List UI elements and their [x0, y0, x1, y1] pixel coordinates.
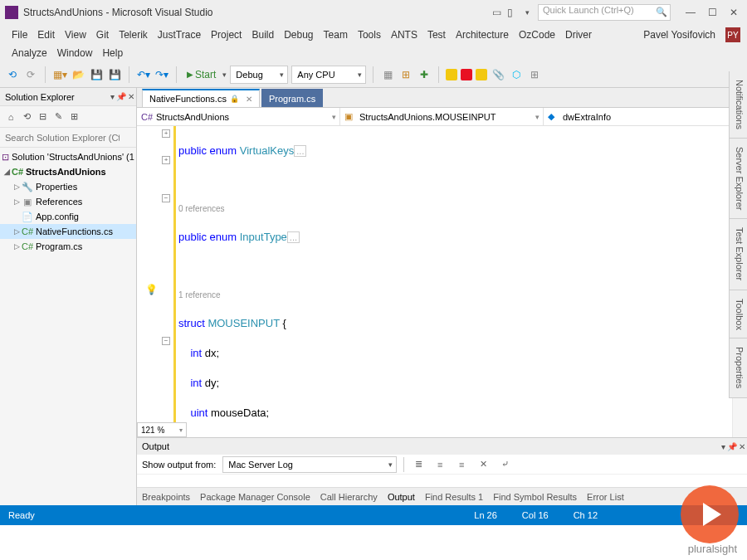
- menu-analyze[interactable]: Analyze: [7, 47, 52, 59]
- solution-search[interactable]: [0, 128, 136, 148]
- btab-errorlist[interactable]: Error List: [587, 492, 624, 502]
- forward-button[interactable]: ⟳: [23, 67, 38, 82]
- menu-build[interactable]: Build: [247, 29, 279, 41]
- user-label[interactable]: Pavel Yosifovich: [638, 29, 720, 41]
- menu-architecture[interactable]: Architecture: [451, 29, 514, 41]
- output-source-combo[interactable]: Mac Server Log: [222, 456, 397, 473]
- open-file-button[interactable]: 📂: [71, 67, 85, 82]
- redo-button[interactable]: ↷▾: [154, 67, 169, 82]
- nav-project[interactable]: C#StructsAndUnions: [137, 108, 340, 125]
- code-area[interactable]: + + − 💡 − public enum VirtualKeys... 0 r…: [137, 126, 747, 437]
- tool-icon[interactable]: ✚: [417, 67, 432, 82]
- tool-icon[interactable]: 📎: [491, 67, 505, 82]
- save-button[interactable]: 💾: [89, 67, 104, 82]
- fold-button[interactable]: +: [162, 129, 170, 138]
- maximize-button[interactable]: ☐: [704, 7, 720, 18]
- btab-output[interactable]: Output: [388, 492, 415, 502]
- close-icon[interactable]: ✕: [739, 442, 745, 451]
- start-button[interactable]: Start: [183, 69, 219, 80]
- search-icon[interactable]: 🔍: [656, 7, 667, 17]
- btab-callhierarchy[interactable]: Call Hierarchy: [320, 492, 378, 502]
- solution-node[interactable]: ⊡Solution 'StructsAndUnions' (1 project): [0, 149, 136, 164]
- dropdown-icon[interactable]: ▾: [525, 8, 530, 17]
- platform-combo[interactable]: Any CPU: [291, 66, 366, 84]
- user-badge[interactable]: PY: [725, 27, 740, 42]
- menu-project[interactable]: Project: [206, 29, 247, 41]
- close-icon[interactable]: ✕: [246, 95, 252, 104]
- menu-view[interactable]: View: [60, 29, 91, 41]
- sidetab-toolbox[interactable]: Toolbox: [730, 290, 747, 339]
- color-chip[interactable]: [446, 69, 457, 80]
- solution-search-input[interactable]: [0, 128, 136, 148]
- tree-item[interactable]: ▷▣References: [0, 194, 136, 209]
- color-chip[interactable]: [476, 69, 487, 80]
- tool-icon[interactable]: ≣: [411, 459, 426, 470]
- clear-icon[interactable]: ✕: [476, 459, 491, 470]
- menu-debug[interactable]: Debug: [279, 29, 318, 41]
- pin-icon[interactable]: 📌: [116, 92, 126, 101]
- menu-team[interactable]: Team: [319, 29, 353, 41]
- tool-icon[interactable]: ≡: [454, 460, 469, 470]
- collapse-icon[interactable]: ⊟: [36, 110, 49, 124]
- undo-button[interactable]: ↶▾: [136, 67, 151, 82]
- dropdown-icon[interactable]: ▾: [110, 92, 115, 101]
- project-node[interactable]: ◢C#StructsAndUnions: [0, 164, 136, 179]
- menu-justtrace[interactable]: JustTrace: [153, 29, 206, 41]
- fold-button[interactable]: −: [162, 337, 170, 345]
- tool-icon[interactable]: ⟲: [20, 110, 33, 124]
- code-text[interactable]: public enum VirtualKeys... 0 references …: [175, 126, 732, 437]
- save-all-button[interactable]: 💾: [107, 67, 122, 82]
- config-combo[interactable]: Debug: [230, 66, 288, 84]
- tool-icon[interactable]: ≡: [432, 460, 447, 470]
- sidetab-properties[interactable]: Properties: [730, 338, 747, 397]
- tree-item[interactable]: ▷🔧Properties: [0, 179, 136, 194]
- menu-telerik[interactable]: Telerik: [114, 29, 153, 41]
- zoom-combo[interactable]: 121 %: [137, 422, 187, 437]
- tab-inactive[interactable]: Program.cs: [261, 89, 323, 107]
- nav-type[interactable]: ▣StructsAndUnions.MOUSEINPUT: [340, 108, 544, 125]
- btab-findsymbol[interactable]: Find Symbol Results: [493, 492, 577, 502]
- fold-button[interactable]: +: [162, 156, 170, 164]
- back-button[interactable]: ⟲: [5, 67, 20, 82]
- play-button[interactable]: [681, 485, 739, 543]
- menu-file[interactable]: File: [7, 29, 32, 41]
- new-project-button[interactable]: ▦▾: [52, 67, 67, 82]
- sidetab-notifications[interactable]: Notifications: [730, 71, 747, 139]
- menu-help[interactable]: Help: [97, 47, 128, 59]
- tool-icon[interactable]: ⊞: [67, 110, 81, 124]
- menu-tools[interactable]: Tools: [353, 29, 386, 41]
- color-chip[interactable]: [461, 69, 472, 80]
- tool-icon[interactable]: ⊞: [527, 67, 542, 82]
- btab-breakpoints[interactable]: Breakpoints: [142, 492, 190, 502]
- btab-find1[interactable]: Find Results 1: [425, 492, 483, 502]
- layout-icon[interactable]: ▭: [491, 7, 502, 18]
- pin-icon[interactable]: 📌: [727, 442, 737, 451]
- sidetab-serverexplorer[interactable]: Server Explorer: [730, 139, 747, 219]
- minimize-button[interactable]: —: [682, 7, 699, 18]
- nav-member[interactable]: ◆dwExtraInfo: [544, 108, 747, 125]
- menu-ants[interactable]: ANTS: [386, 29, 422, 41]
- quick-launch-input[interactable]: Quick Launch (Ctrl+Q) 🔍: [538, 4, 671, 21]
- dropdown-icon[interactable]: ▾: [721, 442, 725, 451]
- tree-item[interactable]: 📄App.config: [0, 209, 136, 224]
- menu-window[interactable]: Window: [52, 47, 98, 59]
- close-icon[interactable]: ✕: [128, 92, 134, 101]
- tool-icon[interactable]: ✎: [51, 110, 65, 124]
- home-icon[interactable]: ⌂: [4, 110, 17, 124]
- btab-pmc[interactable]: Package Manager Console: [200, 492, 310, 502]
- tool-icon[interactable]: ▦: [380, 67, 395, 82]
- tool-icon[interactable]: ⬡: [509, 67, 524, 82]
- tool-icon[interactable]: ⊞: [398, 67, 413, 82]
- menu-test[interactable]: Test: [422, 29, 451, 41]
- menu-git[interactable]: Git: [91, 29, 114, 41]
- tab-active[interactable]: NativeFunctions.cs🔒✕: [142, 89, 260, 107]
- tree-item[interactable]: ▷C#Program.cs: [0, 239, 136, 254]
- wrap-icon[interactable]: ⤶: [497, 459, 512, 470]
- tree-item-selected[interactable]: ▷C#NativeFunctions.cs: [0, 224, 136, 239]
- menu-ozcode[interactable]: OzCode: [514, 29, 560, 41]
- close-button[interactable]: ✕: [725, 7, 742, 18]
- sidetab-testexplorer[interactable]: Test Explorer: [730, 219, 747, 290]
- layout-icon2[interactable]: ▯: [504, 7, 515, 18]
- menu-edit[interactable]: Edit: [32, 29, 60, 41]
- lightbulb-icon[interactable]: 💡: [145, 284, 158, 295]
